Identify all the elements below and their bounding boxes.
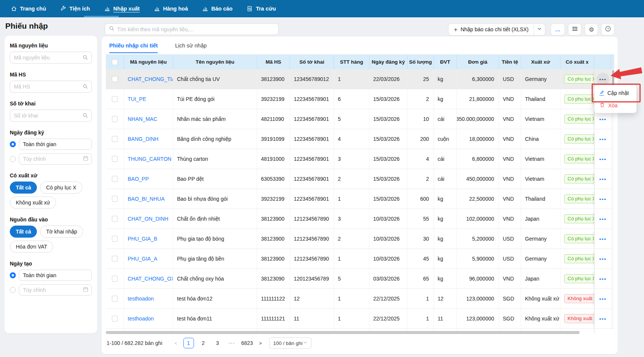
row-checkbox[interactable] [112,256,118,262]
stt-cell: 1 [334,289,369,308]
row-checkbox[interactable] [112,156,118,162]
filter-pill[interactable]: Không xuất xứ [10,197,56,209]
row-checkbox[interactable] [112,296,118,302]
code-cell: testhoadon [124,289,173,308]
column-header-decl: Số tờ khai [290,55,334,69]
import-dropdown-button[interactable] [534,23,545,35]
radio-button[interactable] [10,141,16,147]
page-button-3[interactable]: 3 [213,338,223,348]
tab-active[interactable]: Phiếu nhập chi tiết [109,39,158,52]
top-nav: Trang chủTiện íchNhập xuấtHàng hoáBáo cá… [0,0,644,17]
radio-button[interactable] [10,287,16,293]
date-range-box[interactable]: Tùy chỉnh [19,284,92,296]
material-code-link[interactable]: BAO_BI_NHUA [128,196,165,202]
pagination: 1-100 / 682.282 bản ghi < 123•••6823 > 1… [107,337,311,349]
filter-pill[interactable]: Tất cả [10,226,37,238]
material-code-link[interactable]: TUI_PE [128,96,146,102]
row-more-button[interactable]: ••• [599,216,607,222]
context-menu-update[interactable]: ✎ Cập nhật [596,87,635,99]
main-search-input[interactable]: Tìm kiếm theo mã nguyên liệu,... [105,23,279,35]
material-code-link[interactable]: NHAN_MAC [128,116,157,122]
filter-pill[interactable]: Hóa đơn VAT [10,241,53,253]
page-list: 123•••6823 [181,338,255,348]
settings-button[interactable]: ⚙ [584,23,598,35]
qty-cell: 30 [407,229,434,249]
material-code-link[interactable]: BAO_PP [128,176,149,182]
filter-label: Mã HS [10,72,92,78]
row-checkbox[interactable] [112,116,118,122]
row-more-button[interactable]: ••• [599,236,607,242]
filter-pill[interactable]: Tất cả [10,182,37,194]
next-page-button[interactable]: > [259,340,262,346]
row-more-button[interactable]: ••• [599,176,607,182]
row-more-button[interactable]: ••• [599,76,607,82]
material-code-link[interactable]: CHAT_ON_DINH [128,216,168,222]
row-more-button[interactable]: ••• [599,256,607,262]
row-more-button[interactable]: ••• [599,316,607,322]
filter-input[interactable]: Số tờ khai [10,110,92,122]
row-checkbox[interactable] [112,216,118,222]
date-range-box[interactable]: Tùy chỉnh [19,153,92,165]
price-cell: 102,000000 [457,209,499,229]
row-checkbox[interactable] [112,96,118,102]
nav-item-trang-chủ[interactable]: Trang chủ [4,0,53,17]
nav-item-tra-cứu[interactable]: Tra cứu [240,0,283,17]
horizontal-scrollbar-thumb[interactable] [106,331,580,334]
row-checkbox[interactable] [112,276,118,282]
row-more-button[interactable]: ••• [599,296,607,302]
date-range-box[interactable]: Toàn thời gian [19,139,92,150]
density-button[interactable] [568,23,581,35]
nav-item-báo-cáo[interactable]: Báo cáo [195,0,240,17]
page-button-1[interactable]: 1 [183,338,194,348]
nav-item-hàng-hoá[interactable]: Hàng hoá [147,0,195,17]
svg-text:?: ? [607,27,609,31]
row-checkbox[interactable] [112,316,118,322]
material-code-link[interactable]: CHAT_CHONG_TIA [128,76,173,82]
material-code-link[interactable]: testhoadon [128,296,154,302]
material-code-link[interactable]: CHAT_CHONG_OX [128,276,173,282]
row-more-button[interactable]: ••• [599,116,607,122]
row-checkbox[interactable] [112,136,118,142]
horizontal-scrollbar[interactable] [106,331,610,334]
radio-button[interactable] [10,156,16,162]
badge-cell: Không xuất xứ [560,289,594,308]
row-more-button[interactable]: ••• [599,136,607,142]
page-size-select[interactable]: 100 / bản ghi [269,337,311,349]
hs-cell: 39191099 [257,129,290,149]
more-actions-button[interactable]: ... [551,23,565,35]
select-all-checkbox[interactable] [112,59,118,65]
page-button-6823[interactable]: 6823 [241,338,253,348]
prev-page-button[interactable]: < [174,340,177,346]
cur-cell: VND [499,129,521,149]
context-menu-delete[interactable]: Xóa [596,99,635,111]
material-code-link[interactable]: PHU_GIA_B [128,236,157,242]
tab-inactive[interactable]: Lịch sử nhập [175,39,207,52]
import-report-button[interactable]: + Nhập báo cáo chi tiết (XLSX) [448,23,534,35]
price-cell: 96,000000 [457,269,499,288]
material-code-link[interactable]: THUNG_CARTON [128,156,171,162]
dvt-cell: cái [434,149,457,169]
filter-input[interactable]: Mã HS [10,81,92,93]
row-more-button[interactable]: ••• [599,156,607,162]
page-button-2[interactable]: 2 [198,338,208,348]
filter-pill[interactable]: Có phụ lục X [40,182,82,194]
material-code-link[interactable]: PHU_GIA_A [128,256,157,262]
nav-item-nhập-xuất[interactable]: Nhập xuất [97,0,147,17]
row-checkbox[interactable] [112,76,118,82]
row-checkbox[interactable] [112,176,118,182]
row-more-button[interactable]: ••• [599,196,607,202]
row-checkbox[interactable] [112,196,118,202]
filter-pill[interactable]: Tờ khai nhập [40,226,83,238]
nav-item-tiện-ích[interactable]: Tiện ích [53,0,97,17]
hs-cell: 38123900 [257,209,290,229]
material-code-link[interactable]: BANG_DINH [128,136,159,142]
filter-input[interactable]: Mã nguyên liệu [10,52,92,64]
date-range-box[interactable]: Toàn thời gian [19,270,92,281]
radio-button[interactable] [10,272,16,278]
row-more-button[interactable]: ••• [599,276,607,282]
qty-cell: 4 [407,149,434,169]
material-code-link[interactable]: testhoadon [128,316,154,322]
row-checkbox[interactable] [112,236,118,242]
help-button[interactable]: ? [601,23,615,35]
chart-icon [104,6,110,12]
